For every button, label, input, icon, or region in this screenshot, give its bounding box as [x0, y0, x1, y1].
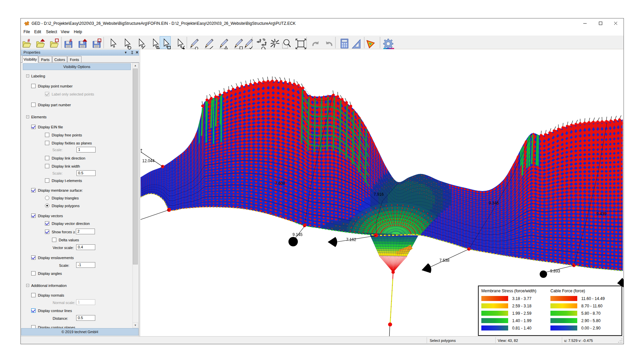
svg-text:#: #	[69, 38, 72, 43]
svg-text:#: #	[28, 38, 30, 43]
